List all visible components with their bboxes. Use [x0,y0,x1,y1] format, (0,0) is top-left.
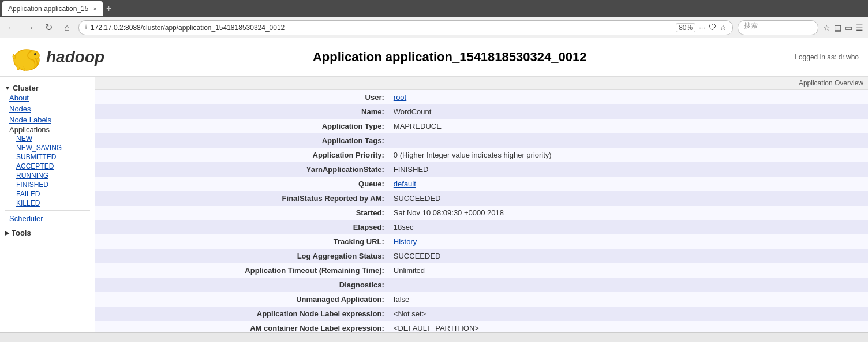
table-row: YarnApplicationState:FINISHED [95,162,868,177]
row-value: false [389,292,868,307]
search-placeholder: 搜索 [744,21,758,29]
row-label: AM container Node Label expression: [95,321,389,332]
row-label: Application Priority: [95,148,389,162]
row-value [389,133,868,148]
bookmark-star-icon[interactable]: ☆ [823,23,830,32]
home-button[interactable]: ⌂ [60,21,74,35]
new-tab-button[interactable]: + [106,3,111,14]
sidebar-item-running[interactable]: RUNNING [5,171,90,180]
search-bar[interactable]: 搜索 [738,20,818,35]
reading-list-icon[interactable]: ▤ [834,23,841,32]
forward-button[interactable]: → [23,21,37,35]
more-menu-icon[interactable]: ··· [699,23,705,32]
row-value [389,278,868,292]
table-row: Application Tags: [95,133,868,148]
row-value[interactable]: root [389,90,868,104]
content-area: Application Overview User:rootName:WordC… [95,77,868,332]
row-label: Tracking URL: [95,234,389,249]
row-label: Started: [95,206,389,220]
sidebar-item-new[interactable]: NEW [5,134,90,143]
row-label: Application Type: [95,119,389,133]
table-row: Application Priority:0 (Higher Integer v… [95,148,868,162]
row-value[interactable]: default [389,177,868,191]
row-label: Application Tags: [95,133,389,148]
row-label: User: [95,90,389,104]
row-value: 0 (Higher Integer value indicates higher… [389,148,868,162]
row-value: Sat Nov 10 08:09:30 +0000 2018 [389,206,868,220]
sidebar-item-failed[interactable]: FAILED [5,189,90,199]
sidebar-applications-label: Applications [5,124,50,135]
table-row: Started:Sat Nov 10 08:09:30 +0000 2018 [95,206,868,220]
tools-label-text: Tools [12,229,31,237]
sidebar-tools-toggle[interactable]: Tools [0,226,95,240]
main-layout: Cluster About Nodes Node Labels Applicat… [0,77,868,332]
logged-in-text: Logged in as: dr.who [795,53,859,61]
row-value: SUCCEEDED [389,249,868,263]
bookmark-icon[interactable]: ☆ [720,23,727,32]
menu-icon[interactable]: ☰ [856,23,863,32]
row-label: Name: [95,104,389,119]
table-row: User:root [95,90,868,104]
table-row: Name:WordCount [95,104,868,119]
active-tab[interactable]: Application application_15 × [2,1,103,16]
overview-label: Application Overview [95,77,868,90]
sidebar: Cluster About Nodes Node Labels Applicat… [0,77,95,332]
sidebar-toggle-icon[interactable]: ▭ [845,23,852,32]
table-row: Application Timeout (Remaining Time):Unl… [95,263,868,278]
protocol-icon: ℹ [85,24,87,31]
sidebar-item-accepted[interactable]: ACCEPTED [5,162,90,171]
pocket-icon[interactable]: 🛡 [709,23,716,32]
application-info-table: User:rootName:WordCountApplication Type:… [95,90,868,332]
sidebar-item-submitted[interactable]: SUBMITTED [5,152,90,162]
row-value: WordCount [389,104,868,119]
svg-point-1 [28,51,39,60]
tab-bar: Application application_15 × + [0,0,868,17]
table-row: Elapsed:18sec [95,220,868,234]
value-link[interactable]: default [394,180,416,188]
row-value[interactable]: History [389,234,868,249]
sidebar-cluster-toggle[interactable]: Cluster [5,84,90,92]
table-row: Application Node Label expression:<Not s… [95,307,868,321]
table-row: Unmanaged Application:false [95,292,868,307]
sidebar-item-scheduler[interactable]: Scheduler [5,213,90,224]
status-bar [0,332,868,342]
page-header: hadoop Application application_154181853… [0,38,868,77]
hadoop-logo: hadoop [9,43,104,72]
row-label: Application Node Label expression: [95,307,389,321]
tab-title: Application application_15 [8,5,88,13]
row-value: MAPREDUCE [389,119,868,133]
row-label: Log Aggregation Status: [95,249,389,263]
hadoop-text: hadoop [46,48,104,66]
value-link[interactable]: root [394,93,406,102]
zoom-level: 80% [676,23,695,32]
navigation-bar: ← → ↻ ⌂ ℹ 172.17.0.2:8088/cluster/app/ap… [0,17,868,38]
row-label: YarnApplicationState: [95,162,389,177]
cluster-label-text: Cluster [13,84,39,92]
sidebar-item-new-saving[interactable]: NEW_SAVING [5,143,90,152]
row-value: <DEFAULT_PARTITION> [389,321,868,332]
sidebar-item-about[interactable]: About [5,92,90,103]
row-value: Unlimited [389,263,868,278]
row-value: <Not set> [389,307,868,321]
back-button[interactable]: ← [5,21,18,35]
value-link[interactable]: History [394,237,417,246]
row-label: Diagnostics: [95,278,389,292]
hadoop-elephant-icon [9,43,44,72]
row-label: Unmanaged Application: [95,292,389,307]
reload-button[interactable]: ↻ [42,21,55,35]
table-row: Log Aggregation Status:SUCCEEDED [95,249,868,263]
sidebar-item-killed[interactable]: KILLED [5,199,90,208]
row-value: 18sec [389,220,868,234]
table-row: AM container Node Label expression:<DEFA… [95,321,868,332]
row-label: Queue: [95,177,389,191]
tab-close-button[interactable]: × [93,5,96,12]
browser-nav-icons: ☆ ▤ ▭ ☰ [823,23,863,32]
sidebar-item-finished[interactable]: FINISHED [5,180,90,189]
address-bar[interactable]: ℹ 172.17.0.2:8088/cluster/app/applicatio… [78,20,733,35]
row-label: FinalStatus Reported by AM: [95,191,389,206]
url-text: 172.17.0.2:8088/cluster/app/application_… [91,24,672,32]
row-value: SUCCEEDED [389,191,868,206]
row-value: FINISHED [389,162,868,177]
row-label: Application Timeout (Remaining Time): [95,263,389,278]
sidebar-item-nodes[interactable]: Nodes [5,103,90,114]
